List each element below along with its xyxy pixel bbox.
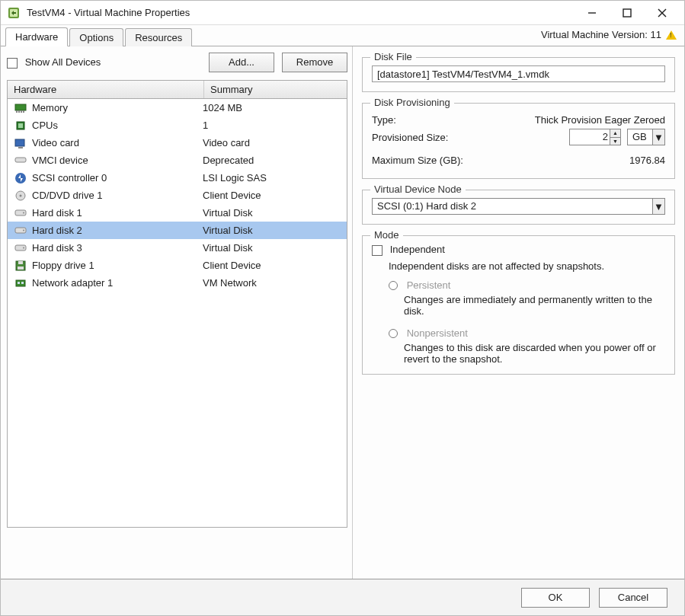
- hardware-table: Hardware Summary Memory1024 MBCPUs1Video…: [7, 80, 347, 528]
- window-title: TestVM4 - Virtual Machine Properties: [27, 7, 575, 18]
- tab-bar: Hardware Options Resources Virtual Machi…: [1, 25, 684, 46]
- hardware-table-body: Memory1024 MBCPUs1Video cardVideo cardVM…: [8, 99, 347, 292]
- table-row[interactable]: SCSI controller 0LSI Logic SAS: [8, 169, 347, 187]
- nonpersistent-radio[interactable]: [389, 329, 398, 338]
- hw-summary: Virtual Disk: [200, 242, 347, 254]
- table-row[interactable]: Network adapter 1VM Network: [8, 274, 347, 292]
- close-button[interactable]: [645, 2, 680, 24]
- table-row[interactable]: Hard disk 3Virtual Disk: [8, 239, 347, 257]
- table-row[interactable]: Video cardVideo card: [8, 134, 347, 152]
- vm-version-text: Virtual Machine Version: 11: [541, 29, 661, 40]
- svg-point-22: [23, 229, 24, 231]
- svg-point-18: [20, 194, 22, 196]
- nonpersistent-label: Nonpersistent: [407, 327, 468, 339]
- svg-rect-14: [18, 147, 23, 148]
- provisioned-size-input[interactable]: 2 ▲▼: [569, 129, 621, 145]
- tab-resources[interactable]: Resources: [125, 28, 192, 46]
- provisioning-type-value: Thick Provision Eager Zeroed: [492, 114, 665, 126]
- independent-checkbox[interactable]: [372, 245, 383, 256]
- persistent-label: Persistent: [407, 279, 451, 291]
- scsi-icon: [12, 172, 29, 184]
- memory-icon: [12, 103, 29, 113]
- group-mode: Mode Independent Independent disks are n…: [362, 235, 675, 375]
- vm-version-label: Virtual Machine Version: 11: [541, 29, 677, 40]
- cancel-button[interactable]: Cancel: [599, 588, 667, 608]
- remove-button[interactable]: Remove: [282, 53, 347, 72]
- hw-summary: Video card: [200, 137, 347, 148]
- table-row[interactable]: VMCI deviceDeprecated: [8, 152, 347, 169]
- vdn-legend: Virtual Device Node: [370, 184, 466, 195]
- show-all-devices-checkbox[interactable]: [7, 58, 18, 69]
- svg-rect-13: [15, 139, 24, 146]
- svg-rect-29: [18, 282, 20, 284]
- table-row[interactable]: CPUs1: [8, 116, 347, 134]
- persistent-radio[interactable]: [389, 281, 398, 290]
- cd-icon: [12, 190, 29, 202]
- persistent-desc: Changes are immediately and permanently …: [372, 294, 665, 317]
- table-row[interactable]: Memory1024 MB: [8, 99, 347, 116]
- hw-name: Memory: [29, 102, 200, 113]
- vdn-value: SCSI (0:1) Hard disk 2: [377, 200, 476, 212]
- tab-hardware[interactable]: Hardware: [5, 27, 68, 46]
- hardware-header-summary[interactable]: Summary: [204, 81, 347, 98]
- provisioned-size-unit[interactable]: GB ▼: [627, 129, 665, 145]
- max-size-value: 1976.84: [507, 155, 665, 166]
- provisioned-size-label: Provisioned Size:: [372, 132, 486, 143]
- svg-rect-30: [21, 282, 24, 284]
- ok-button[interactable]: OK: [521, 588, 590, 608]
- provisioning-type-label: Type:: [372, 114, 486, 126]
- add-button[interactable]: Add...: [209, 53, 274, 72]
- svg-rect-7: [16, 110, 18, 113]
- group-virtual-device-node: Virtual Device Node SCSI (0:1) Hard disk…: [362, 190, 675, 225]
- table-row[interactable]: Floppy drive 1Client Device: [8, 257, 347, 274]
- hw-name: CD/DVD drive 1: [29, 190, 200, 201]
- show-all-devices-label[interactable]: Show All Devices: [7, 56, 101, 69]
- hw-name: Network adapter 1: [29, 277, 200, 289]
- tab-options[interactable]: Options: [69, 28, 123, 46]
- app-icon: [7, 6, 21, 20]
- hw-name: Hard disk 2: [29, 225, 200, 236]
- vdn-select[interactable]: SCSI (0:1) Hard disk 2 ▼: [372, 198, 665, 215]
- hw-name: Video card: [29, 137, 200, 148]
- hardware-header-hardware[interactable]: Hardware: [8, 81, 204, 98]
- max-size-label: Maximum Size (GB):: [372, 155, 501, 166]
- show-all-devices-text: Show All Devices: [25, 56, 101, 68]
- body-area: Show All Devices Add... Remove Hardware …: [1, 46, 684, 579]
- hw-summary: Virtual Disk: [200, 225, 347, 236]
- size-spinner[interactable]: ▲▼: [610, 129, 620, 145]
- warning-icon: [666, 30, 677, 40]
- svg-point-24: [23, 247, 24, 248]
- svg-rect-15: [15, 158, 26, 162]
- table-row[interactable]: Hard disk 1Virtual Disk: [8, 204, 347, 222]
- hw-summary: 1024 MB: [200, 102, 347, 113]
- provisioned-size-value: 2: [603, 131, 608, 142]
- svg-rect-12: [18, 123, 23, 128]
- hw-summary: LSI Logic SAS: [200, 172, 347, 184]
- floppy-icon: [12, 260, 29, 272]
- table-row[interactable]: Hard disk 2Virtual Disk: [8, 222, 347, 239]
- chevron-down-icon: ▼: [652, 129, 664, 145]
- group-disk-file: Disk File [datastore1] TestVM4/TestVM4_1…: [362, 57, 675, 92]
- disk-file-path[interactable]: [datastore1] TestVM4/TestVM4_1.vmdk: [372, 65, 665, 82]
- right-pane: Disk File [datastore1] TestVM4/TestVM4_1…: [353, 46, 684, 579]
- hw-summary: Client Device: [200, 190, 347, 201]
- dialog-footer: OK Cancel: [1, 579, 684, 615]
- svg-rect-8: [18, 110, 20, 113]
- svg-rect-3: [623, 9, 631, 17]
- nonpersistent-desc: Changes to this disk are discarded when …: [372, 342, 665, 365]
- nic-icon: [12, 278, 29, 289]
- svg-rect-27: [18, 267, 24, 270]
- hardware-toolbar: Show All Devices Add... Remove: [7, 53, 347, 72]
- provisioned-size-unit-value: GB: [632, 131, 647, 142]
- disk-icon: [12, 244, 29, 253]
- hw-name: Hard disk 1: [29, 207, 200, 219]
- window-buttons: [575, 2, 680, 24]
- hw-name: SCSI controller 0: [29, 172, 200, 184]
- disk-icon: [12, 209, 29, 218]
- video-icon: [12, 138, 29, 148]
- table-row[interactable]: CD/DVD drive 1Client Device: [8, 187, 347, 204]
- maximize-button[interactable]: [610, 2, 645, 24]
- minimize-button[interactable]: [575, 2, 610, 24]
- hw-name: Hard disk 3: [29, 242, 200, 254]
- hw-summary: 1: [200, 120, 347, 131]
